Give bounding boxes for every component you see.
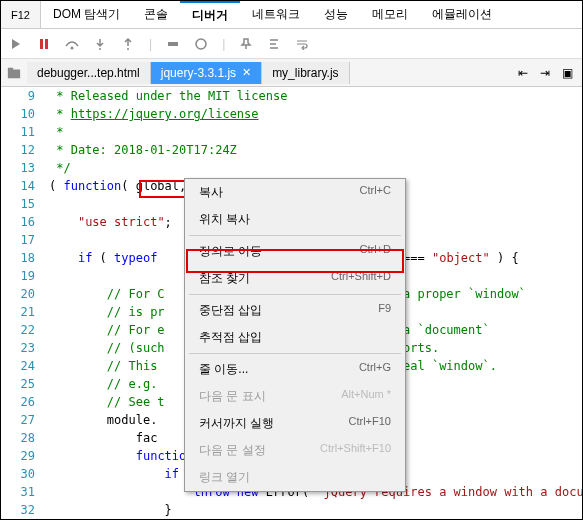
context-menu-label: 줄 이동... (199, 361, 248, 378)
context-menu-item[interactable]: 중단점 삽입F9 (185, 297, 405, 324)
break-icon[interactable] (166, 37, 180, 51)
context-menu-label: 참조 찾기 (199, 270, 250, 287)
file-tab[interactable]: my_library.js (262, 62, 349, 84)
f12-label: F12 (1, 1, 41, 28)
context-menu-label: 추적점 삽입 (199, 329, 262, 346)
devtools-tab[interactable]: 디버거 (180, 1, 240, 28)
context-menu-shortcut: Alt+Num * (341, 388, 391, 405)
context-menu-item: 다음 문 표시Alt+Num * (185, 383, 405, 410)
context-menu-label: 커서까지 실행 (199, 415, 274, 432)
context-menu-item[interactable]: 복사Ctrl+C (185, 179, 405, 206)
wrap-icon[interactable] (295, 37, 309, 51)
step-into-icon[interactable] (93, 37, 107, 51)
code-line[interactable]: * Date: 2018-01-20T17:24Z (49, 141, 582, 159)
context-menu-label: 링크 열기 (199, 469, 250, 486)
svg-point-4 (127, 48, 129, 50)
context-menu-item[interactable]: 커서까지 실행Ctrl+F10 (185, 410, 405, 437)
code-line[interactable]: * Released under the MIT license (49, 87, 582, 105)
new-tab-icon[interactable]: ▣ (560, 66, 574, 80)
format-icon[interactable] (267, 37, 281, 51)
code-line[interactable]: */ (49, 159, 582, 177)
svg-rect-7 (8, 69, 20, 78)
devtools-tab[interactable]: 메모리 (360, 1, 420, 28)
code-line[interactable]: * (49, 123, 582, 141)
svg-rect-1 (45, 39, 48, 49)
devtools-tabs: F12 DOM 탐색기콘솔디버거네트워크성능메모리에뮬레이션 (1, 1, 582, 29)
svg-rect-8 (8, 67, 13, 70)
context-menu-item[interactable]: 위치 복사 (185, 206, 405, 233)
context-menu-shortcut: Ctrl+G (359, 361, 391, 378)
context-menu-item: 링크 열기 (185, 464, 405, 491)
devtools-tab[interactable]: 콘솔 (132, 1, 180, 28)
file-tab-label: debugger...tep.html (37, 66, 140, 80)
code-line[interactable]: } (49, 501, 582, 519)
svg-point-6 (196, 39, 206, 49)
context-menu-label: 위치 복사 (199, 211, 250, 228)
collapse-left-icon[interactable]: ⇤ (516, 66, 530, 80)
context-menu-shortcut: Ctrl+Shift+F10 (320, 442, 391, 459)
context-menu-item[interactable]: 정의로 이동Ctrl+D (185, 238, 405, 265)
close-icon[interactable]: ✕ (242, 66, 251, 79)
context-menu-shortcut: Ctrl+D (360, 243, 391, 260)
file-tab-label: my_library.js (272, 66, 338, 80)
file-tab-label: jquery-3.3.1.js (161, 66, 236, 80)
context-menu-shortcut: F9 (378, 302, 391, 319)
code-line[interactable]: * https://jquery.org/license (49, 105, 582, 123)
exception-icon[interactable] (194, 37, 208, 51)
context-menu-label: 정의로 이동 (199, 243, 262, 260)
file-tabs: debugger...tep.htmljquery-3.3.1.js✕my_li… (1, 59, 582, 87)
context-menu-label: 다음 문 설정 (199, 442, 266, 459)
play-icon[interactable] (9, 37, 23, 51)
svg-rect-0 (40, 39, 43, 49)
file-tab[interactable]: debugger...tep.html (27, 62, 151, 84)
context-menu: 복사Ctrl+C위치 복사정의로 이동Ctrl+D참조 찾기Ctrl+Shift… (184, 178, 406, 492)
context-menu-item[interactable]: 참조 찾기Ctrl+Shift+D (185, 265, 405, 292)
context-menu-label: 중단점 삽입 (199, 302, 262, 319)
file-folder-icon[interactable] (7, 66, 21, 80)
pause-icon[interactable] (37, 37, 51, 51)
devtools-tab[interactable]: 성능 (312, 1, 360, 28)
context-menu-item: 다음 문 설정Ctrl+Shift+F10 (185, 437, 405, 464)
collapse-right-icon[interactable]: ⇥ (538, 66, 552, 80)
context-menu-label: 복사 (199, 184, 223, 201)
svg-point-2 (71, 46, 74, 49)
debug-toolbar: | | (1, 29, 582, 59)
step-over-icon[interactable] (65, 37, 79, 51)
context-menu-item[interactable]: 추적점 삽입 (185, 324, 405, 351)
context-menu-item[interactable]: 줄 이동...Ctrl+G (185, 356, 405, 383)
context-menu-shortcut: Ctrl+C (360, 184, 391, 201)
file-tab[interactable]: jquery-3.3.1.js✕ (151, 62, 262, 84)
devtools-tab[interactable]: DOM 탐색기 (41, 1, 132, 28)
svg-point-3 (99, 48, 101, 50)
devtools-tab[interactable]: 에뮬레이션 (420, 1, 504, 28)
devtools-tab[interactable]: 네트워크 (240, 1, 312, 28)
context-menu-shortcut: Ctrl+F10 (349, 415, 392, 432)
svg-rect-5 (168, 42, 178, 46)
context-menu-label: 다음 문 표시 (199, 388, 266, 405)
line-gutter: 9101112131415161718192021222324252627282… (1, 87, 43, 520)
step-out-icon[interactable] (121, 37, 135, 51)
pin-icon[interactable] (239, 37, 253, 51)
context-menu-shortcut: Ctrl+Shift+D (331, 270, 391, 287)
